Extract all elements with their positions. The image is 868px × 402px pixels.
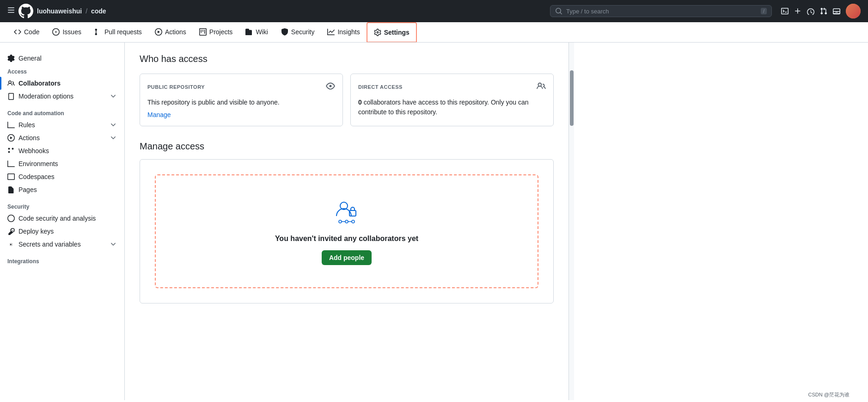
github-logo[interactable] xyxy=(18,4,33,19)
visibility-icon xyxy=(326,81,335,92)
general-label: General xyxy=(18,55,42,62)
main-content: Who has access PUBLIC REPOSITORY This re… xyxy=(125,43,568,400)
tab-actions[interactable]: Actions xyxy=(148,23,193,42)
sidebar-item-deploy-keys[interactable]: Deploy keys xyxy=(0,225,124,238)
tab-issues[interactable]: Issues xyxy=(46,23,87,42)
moderation-icon xyxy=(7,93,15,100)
tab-code-label: Code xyxy=(24,28,39,36)
repo-navigation: Code Issues Pull requests Actions Projec… xyxy=(0,22,868,43)
direct-access-label: DIRECT ACCESS xyxy=(358,84,403,90)
environments-label: Environments xyxy=(18,160,58,167)
sidebar-item-environments[interactable]: Environments xyxy=(0,157,124,170)
security-nav-icon xyxy=(281,28,288,36)
pr-icon xyxy=(94,28,102,36)
access-section-label: Access xyxy=(0,65,124,77)
general-icon xyxy=(7,55,15,62)
sidebar-item-actions[interactable]: Actions xyxy=(0,131,124,144)
public-repo-card: PUBLIC REPOSITORY This repository is pub… xyxy=(140,74,343,126)
sidebar-item-general[interactable]: General xyxy=(0,52,124,65)
tab-insights[interactable]: Insights xyxy=(321,23,366,42)
tab-code[interactable]: Code xyxy=(7,23,46,42)
main-layout: General Access Collaborators Moderation … xyxy=(0,43,868,400)
scrollbar[interactable] xyxy=(568,43,574,400)
top-nav-actions xyxy=(781,4,861,19)
sidebar-item-moderation[interactable]: Moderation options xyxy=(0,90,124,103)
code-automation-label: Code and automation xyxy=(0,106,124,118)
top-navigation: luohuaweishui / code Type / to search / xyxy=(0,0,868,22)
breadcrumb-repo[interactable]: code xyxy=(91,7,106,15)
codespaces-label: Codespaces xyxy=(18,173,55,180)
breadcrumb-user[interactable]: luohuaweishui xyxy=(37,7,82,15)
rules-label: Rules xyxy=(18,121,35,129)
deploy-keys-icon xyxy=(7,228,15,235)
tab-wiki-label: Wiki xyxy=(256,28,268,36)
collaborators-count: 0 xyxy=(358,99,362,106)
search-bar[interactable]: Type / to search / xyxy=(550,5,772,17)
tab-settings-label: Settings xyxy=(384,29,410,36)
sidebar-item-collaborators[interactable]: Collaborators xyxy=(0,77,124,90)
collaborators-empty-state: You haven't invited any collaborators ye… xyxy=(155,174,538,288)
manage-access-title: Manage access xyxy=(140,141,554,152)
security-section: Security Code security and analysis Depl… xyxy=(0,200,124,251)
codespaces-icon xyxy=(7,173,15,180)
watch-icon[interactable] xyxy=(807,7,814,15)
add-people-button[interactable]: Add people xyxy=(322,250,372,265)
collaborators-icon xyxy=(7,80,15,87)
sidebar-item-secrets[interactable]: Secrets and variables xyxy=(0,238,124,251)
page-title: Who has access xyxy=(140,54,554,64)
sidebar-item-code-security[interactable]: Code security and analysis xyxy=(0,212,124,225)
watermark: CSDN @茫花为谁 xyxy=(808,391,850,398)
tab-issues-label: Issues xyxy=(62,28,81,36)
sidebar-item-codespaces[interactable]: Codespaces xyxy=(0,170,124,183)
people-icon xyxy=(537,81,546,92)
sidebar-item-pages[interactable]: Pages xyxy=(0,183,124,196)
svg-point-4 xyxy=(352,220,355,223)
tab-pull-requests[interactable]: Pull requests xyxy=(88,23,148,42)
secrets-chevron-icon xyxy=(110,241,117,248)
integrations-section-label: Integrations xyxy=(0,254,124,266)
terminal-icon[interactable] xyxy=(781,7,789,15)
breadcrumb: luohuaweishui / code xyxy=(37,7,106,15)
chevron-down-icon xyxy=(110,93,117,100)
plus-icon[interactable] xyxy=(794,7,801,15)
projects-icon xyxy=(199,28,207,36)
rules-icon xyxy=(7,121,15,129)
no-collaborators-text: You haven't invited any collaborators ye… xyxy=(275,235,418,243)
rules-chevron-icon xyxy=(110,121,117,129)
code-icon xyxy=(14,28,21,36)
inbox-icon[interactable] xyxy=(833,7,840,15)
secrets-icon xyxy=(7,241,15,248)
pages-label: Pages xyxy=(18,186,37,193)
public-repo-label: PUBLIC REPOSITORY xyxy=(147,84,205,90)
webhooks-label: Webhooks xyxy=(18,147,49,155)
moderation-label: Moderation options xyxy=(18,93,73,100)
tab-wiki[interactable]: Wiki xyxy=(239,23,274,42)
search-kbd: / xyxy=(761,8,767,14)
webhooks-icon xyxy=(7,147,15,155)
security-section-label: Security xyxy=(0,200,124,212)
tab-security-label: Security xyxy=(291,28,315,36)
tab-security[interactable]: Security xyxy=(275,23,321,42)
tab-settings[interactable]: Settings xyxy=(367,22,417,43)
scrollbar-thumb[interactable] xyxy=(570,70,574,126)
sidebar-item-rules[interactable]: Rules xyxy=(0,118,124,131)
pull-request-icon[interactable] xyxy=(820,7,827,15)
settings-icon xyxy=(374,29,381,36)
actions-sidebar-icon xyxy=(7,134,15,142)
search-icon xyxy=(555,7,562,15)
code-security-icon xyxy=(7,215,15,222)
wiki-icon xyxy=(245,28,253,36)
code-automation-section: Code and automation Rules Actions Webho xyxy=(0,106,124,196)
insights-icon xyxy=(327,28,335,36)
direct-access-text: 0 collaborators have access to this repo… xyxy=(358,98,546,117)
access-section: Access Collaborators Moderation options xyxy=(0,65,124,103)
direct-access-card: DIRECT ACCESS 0 collaborators have acces… xyxy=(350,74,554,126)
access-cards: PUBLIC REPOSITORY This repository is pub… xyxy=(140,74,554,126)
manage-link[interactable]: Manage xyxy=(147,111,171,118)
sidebar-item-webhooks[interactable]: Webhooks xyxy=(0,144,124,157)
hamburger-menu[interactable] xyxy=(7,6,15,16)
tab-projects[interactable]: Projects xyxy=(193,23,239,42)
svg-point-2 xyxy=(339,220,342,223)
avatar[interactable] xyxy=(846,4,861,19)
sidebar: General Access Collaborators Moderation … xyxy=(0,43,125,400)
